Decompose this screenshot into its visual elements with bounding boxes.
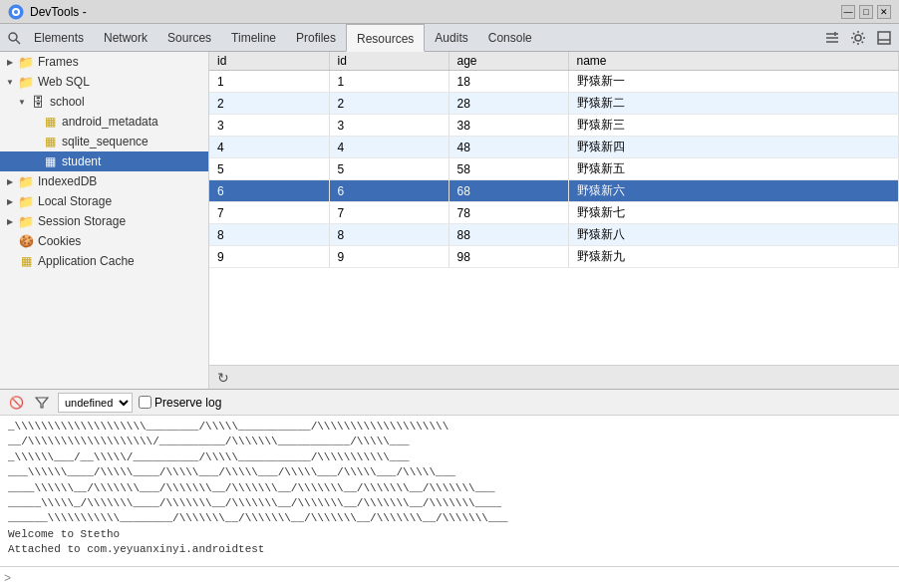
svg-line-4 <box>16 40 20 44</box>
console-output: _\\\\\\\\\\\\\\\\\\\\________/\\\\\_____… <box>0 416 899 566</box>
console-input[interactable] <box>15 571 895 585</box>
console-filter-button[interactable] <box>32 393 52 413</box>
console-line: ____\\\\\\__/\\\\\\\___/\\\\\\\__/\\\\\\… <box>8 481 891 496</box>
console-line: _____\\\\\_/\\\\\\\____/\\\\\\\__/\\\\\\… <box>8 496 891 511</box>
console-toolbar: 🚫 undefined Preserve log <box>0 390 899 416</box>
sidebar: 📁 Frames 📁 Web SQL 🗄 school ▦ android_me… <box>0 52 209 389</box>
sidebar-item-local-storage[interactable]: 📁 Local Storage <box>0 191 208 211</box>
tab-bar: Elements Network Sources Timeline Profil… <box>0 24 899 52</box>
window-controls: — □ ✕ <box>841 5 891 19</box>
sidebar-item-student[interactable]: ▦ student <box>0 151 208 171</box>
devtools-icon <box>8 4 24 20</box>
settings-icon[interactable] <box>847 27 869 49</box>
svg-point-9 <box>855 35 861 41</box>
col-header-name: name <box>568 52 899 71</box>
console-area: 🚫 undefined Preserve log _\\\\\\\\\\\\\\… <box>0 389 899 588</box>
tab-elements[interactable]: Elements <box>24 24 94 52</box>
sidebar-item-sqlite-sequence[interactable]: ▦ sqlite_sequence <box>0 132 208 151</box>
sidebar-item-session-storage[interactable]: 📁 Session Storage <box>0 211 208 231</box>
table-footer: ↻ <box>209 365 899 389</box>
sidebar-item-app-cache[interactable]: ▦ Application Cache <box>0 251 208 271</box>
folder-icon-local-storage: 📁 <box>18 193 34 209</box>
tab-profiles[interactable]: Profiles <box>286 24 346 52</box>
table-icon-sqlite: ▦ <box>42 134 58 149</box>
tab-network[interactable]: Network <box>94 24 157 52</box>
sidebar-item-indexeddb[interactable]: 📁 IndexedDB <box>0 171 208 191</box>
maximize-button[interactable]: □ <box>859 5 873 19</box>
table-row[interactable]: 8888野猿新八 <box>209 224 899 246</box>
toggle-frames[interactable] <box>4 56 16 68</box>
console-input-area: > <box>0 566 899 588</box>
tab-audits[interactable]: Audits <box>425 24 477 52</box>
toggle-school[interactable] <box>16 96 28 108</box>
folder-icon-session-storage: 📁 <box>18 213 34 229</box>
main-container: 📁 Frames 📁 Web SQL 🗄 school ▦ android_me… <box>0 52 899 588</box>
svg-point-2 <box>14 10 18 14</box>
content-area: 📁 Frames 📁 Web SQL 🗄 school ▦ android_me… <box>0 52 899 389</box>
console-line: Welcome to Stetho <box>8 527 891 542</box>
db-icon-school: 🗄 <box>30 94 46 110</box>
sidebar-item-frames[interactable]: 📁 Frames <box>0 52 208 72</box>
dock-icon[interactable] <box>873 27 895 49</box>
table-row[interactable]: 1118野猿新一 <box>209 71 899 93</box>
sidebar-item-cookies[interactable]: 🍪 Cookies <box>0 231 208 251</box>
console-context-select[interactable]: undefined <box>58 393 133 413</box>
svg-marker-12 <box>36 398 48 408</box>
table-row[interactable]: 4448野猿新四 <box>209 137 899 158</box>
toggle-websql[interactable] <box>4 76 16 88</box>
console-line: _\\\\\\___/__\\\\\/__________/\\\\\_____… <box>8 450 891 465</box>
preserve-log-checkbox[interactable] <box>139 396 151 409</box>
toggle-session-storage[interactable] <box>4 215 16 227</box>
console-clear-button[interactable]: 🚫 <box>6 393 26 413</box>
toggle-indexeddb[interactable] <box>4 175 16 187</box>
col-header-id1: id <box>209 52 329 71</box>
console-line: Attached to com.yeyuanxinyi.androidtest <box>8 542 891 557</box>
folder-icon-websql: 📁 <box>18 74 34 90</box>
search-icon[interactable] <box>4 28 24 48</box>
devtools-options-icon[interactable] <box>821 27 843 49</box>
minimize-button[interactable]: — <box>841 5 855 19</box>
data-table: id id age name 1118野猿新一2228野猿新二3338野猿新三4… <box>209 52 899 268</box>
console-line: ______\\\\\\\\\\\________/\\\\\\\__/\\\\… <box>8 511 891 526</box>
app-cache-icon: ▦ <box>18 253 34 269</box>
console-line: _\\\\\\\\\\\\\\\\\\\\________/\\\\\_____… <box>8 420 891 435</box>
tab-timeline[interactable]: Timeline <box>221 24 286 52</box>
preserve-log-label[interactable]: Preserve log <box>139 396 221 410</box>
svg-point-3 <box>9 33 17 41</box>
folder-icon-indexeddb: 📁 <box>18 173 34 189</box>
refresh-button[interactable]: ↻ <box>217 370 229 386</box>
console-line: ___\\\\\\____/\\\\\____/\\\\\___/\\\\\__… <box>8 465 891 480</box>
sidebar-item-android-metadata[interactable]: ▦ android_metadata <box>0 112 208 132</box>
sidebar-item-websql[interactable]: 📁 Web SQL <box>0 72 208 92</box>
table-row[interactable]: 7778野猿新七 <box>209 202 899 224</box>
tab-console[interactable]: Console <box>478 24 542 52</box>
title-bar-title: DevTools - <box>30 5 87 19</box>
tab-resources[interactable]: Resources <box>346 24 425 52</box>
table-row[interactable]: 6668野猿新六 <box>209 180 899 202</box>
folder-icon: 📁 <box>18 54 34 70</box>
table-row[interactable]: 3338野猿新三 <box>209 115 899 137</box>
cookie-icon: 🍪 <box>18 233 34 249</box>
title-bar: DevTools - — □ ✕ <box>0 0 899 24</box>
toggle-local-storage[interactable] <box>4 195 16 207</box>
close-button[interactable]: ✕ <box>877 5 891 19</box>
table-row[interactable]: 5558野猿新五 <box>209 158 899 180</box>
console-prompt-icon: > <box>4 571 11 585</box>
tab-sources[interactable]: Sources <box>157 24 221 52</box>
table-icon-student: ▦ <box>42 153 58 169</box>
col-header-age: age <box>449 52 568 71</box>
table-row[interactable]: 2228野猿新二 <box>209 93 899 115</box>
table-area: id id age name 1118野猿新一2228野猿新二3338野猿新三4… <box>209 52 899 365</box>
sidebar-item-school[interactable]: 🗄 school <box>0 92 208 112</box>
table-icon-android: ▦ <box>42 114 58 130</box>
svg-rect-10 <box>878 32 890 44</box>
table-row[interactable]: 9998野猿新九 <box>209 246 899 268</box>
tab-bar-right <box>821 27 895 49</box>
console-line: __/\\\\\\\\\\\\\\\\\\\/__________/\\\\\\… <box>8 435 891 449</box>
col-header-id2: id <box>329 52 449 71</box>
